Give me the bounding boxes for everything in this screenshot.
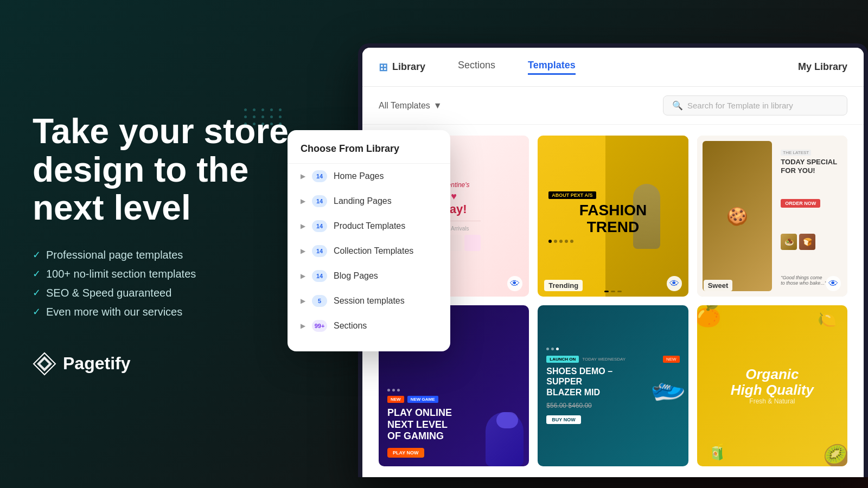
shoes-buy-button-area: BUY NOW <box>546 414 679 424</box>
gaming-title: PLAY ONLINENEXT LEVELOF GAMING <box>387 407 452 442</box>
template-card-5[interactable]: LAUNCH ON TODAY WEDNESDAY NEW SHOES DEMO… <box>538 305 688 466</box>
gaming-nav-dots <box>387 389 400 391</box>
fashion-about-badge: ABOUT PEXT A/S <box>548 191 596 199</box>
organic-bottle: 🧃 <box>708 443 727 461</box>
fashion-title: FASHIONTREND <box>548 202 677 236</box>
fashion-dots <box>548 240 677 243</box>
organic-fruit-top: 🍋 <box>818 311 837 329</box>
tab-my-library[interactable]: My Library <box>798 61 847 73</box>
decorative-dots <box>244 108 283 125</box>
dropdown-label: All Templates <box>379 101 430 111</box>
fashion-label: Trending <box>544 280 583 291</box>
cookie-image: 🍪 <box>703 141 773 291</box>
search-box[interactable]: 🔍 Search for Template in library <box>663 95 847 115</box>
logo-text: Pagetify <box>63 354 130 374</box>
check-icon-2: ✓ <box>33 268 41 280</box>
organic-fruit-left: 🍊 <box>697 305 722 328</box>
feature-text-3: SEO & Speed guaranteed <box>46 287 171 299</box>
organic-fruit-right: 🥝 <box>823 444 847 466</box>
sweet-secondary-images: 🧆 🍞 <box>781 234 838 250</box>
features-list: ✓ Professional page templates ✓ 100+ no-… <box>33 249 315 325</box>
tab-templates[interactable]: Templates <box>528 60 576 75</box>
template-preview-eye-2[interactable]: 👁 <box>667 276 682 291</box>
organic-sub: Fresh & Natural <box>749 397 795 405</box>
dropdown-arrow-icon: ▼ <box>433 101 442 111</box>
left-panel: Take your store design to the next level… <box>0 0 347 488</box>
template-card-2[interactable]: ABOUT PEXT A/S FASHIONTREND <box>538 136 688 297</box>
sweet-special-tag: THE LATEST <box>781 150 811 156</box>
feature-text-1: Professional page templates <box>46 249 183 261</box>
gaming-badges: NEW NEW GAME <box>387 396 438 403</box>
sweet-label: Sweet <box>704 280 733 291</box>
fashion-nav-dots <box>538 291 688 296</box>
check-icon-4: ✓ <box>33 306 41 318</box>
nav-tabs: Sections Templates <box>458 60 798 75</box>
template-card-3[interactable]: 🍪 THE LATEST TODAY SPECIALFOR YOU! ORDER… <box>697 136 847 297</box>
feature-item-3: ✓ SEO & Speed guaranteed <box>33 287 315 299</box>
library-label: Library <box>392 61 425 73</box>
feature-text-4: Even more with our services <box>46 306 182 318</box>
nav-library-tab[interactable]: ⊞ Library <box>379 61 425 74</box>
gaming-vr-person <box>480 407 524 466</box>
grid-icon: ⊞ <box>379 61 388 74</box>
feature-item-2: ✓ 100+ no-limit section templates <box>33 268 315 280</box>
nav-bar: ⊞ Library Sections Templates My Library <box>362 48 864 87</box>
logo-icon <box>33 352 56 376</box>
gaming-cta-area: PLAY NOW <box>387 447 424 458</box>
logo-area: Pagetify <box>33 352 315 376</box>
template-card-6[interactable]: 🍊 🥝 🍋 🧃 OrganicHigh Quality Fresh & Natu… <box>697 305 847 466</box>
feature-item-4: ✓ Even more with our services <box>33 306 315 318</box>
main-headline: Take your store design to the next level <box>33 112 315 227</box>
feature-text-2: 100+ no-limit section templates <box>46 268 196 280</box>
template-preview-eye-3[interactable]: 👁 <box>826 276 841 291</box>
check-icon-3: ✓ <box>33 287 41 299</box>
shoes-buy-button[interactable]: BUY NOW <box>546 415 580 424</box>
filter-bar: All Templates ▼ 🔍 Search for Template in… <box>362 87 864 125</box>
gaming-play-button[interactable]: PLAY NOW <box>387 448 424 458</box>
search-icon: 🔍 <box>672 100 683 111</box>
shoes-image: 👟 <box>649 370 683 402</box>
shoes-nav-dots <box>546 348 679 350</box>
all-templates-dropdown[interactable]: All Templates ▼ <box>379 101 442 111</box>
sweet-today-special: TODAY SPECIALFOR YOU! <box>781 158 838 175</box>
sweet-order-button[interactable]: ORDER NOW <box>781 199 820 208</box>
tab-sections[interactable]: Sections <box>458 60 495 75</box>
check-icon-1: ✓ <box>33 249 41 261</box>
organic-title: OrganicHigh Quality <box>731 367 814 397</box>
search-placeholder: Search for Template in library <box>687 101 793 110</box>
right-panel: ⊞ Library Sections Templates My Library … <box>326 0 868 488</box>
shoes-header: LAUNCH ON TODAY WEDNESDAY NEW <box>546 356 679 363</box>
feature-item-1: ✓ Professional page templates <box>33 249 315 261</box>
sweet-content-area: THE LATEST TODAY SPECIALFOR YOU! ORDER N… <box>776 141 842 291</box>
